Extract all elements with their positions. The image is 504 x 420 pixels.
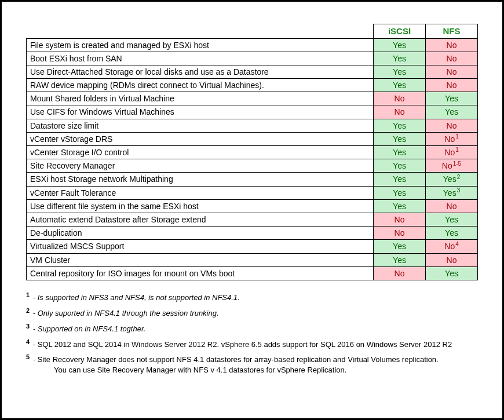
cell-text: No bbox=[447, 81, 457, 90]
cell-text: Yes bbox=[445, 94, 458, 103]
feature-cell: Automatic extend Datastore after Storage… bbox=[27, 213, 374, 226]
cell-text: No bbox=[447, 121, 457, 130]
cell-text: No bbox=[444, 148, 455, 157]
nfs-cell: No1 bbox=[426, 132, 478, 145]
feature-cell: Use different file system in the same ES… bbox=[27, 199, 374, 213]
nfs-cell: Yes bbox=[426, 266, 478, 280]
table-row: Central repository for ISO images for mo… bbox=[27, 266, 478, 280]
cell-superscript: 1 bbox=[455, 147, 459, 153]
table-row: vCenter Fault ToleranceYesYes3 bbox=[27, 186, 478, 199]
table-row: De-duplicationNoYes bbox=[27, 227, 478, 240]
nfs-cell: Yes bbox=[426, 92, 478, 105]
cell-text: Yes bbox=[443, 174, 456, 184]
cell-text: Yes bbox=[393, 81, 406, 90]
footnote-text: Is supported in NFS3 and NFS4, is not su… bbox=[38, 293, 240, 302]
cell-text: Yes bbox=[445, 269, 458, 278]
nfs-cell: No bbox=[426, 199, 478, 213]
footnote-separator: - bbox=[31, 293, 38, 302]
cell-superscript: 3 bbox=[457, 187, 461, 193]
table-row: vCenter vStorage DRSYesNo1 bbox=[27, 132, 478, 145]
cell-text: No bbox=[395, 269, 405, 278]
nfs-cell: No bbox=[426, 38, 478, 52]
footnote-continuation: You can use Site Recovery Manager with N… bbox=[40, 365, 478, 375]
iscsi-cell: No bbox=[374, 227, 426, 240]
table-row: Use CIFS for Windows Virtual MachinesNoY… bbox=[27, 105, 478, 119]
cell-text: No bbox=[442, 161, 452, 170]
nfs-cell: Yes bbox=[426, 105, 478, 119]
cell-superscript: 1-5 bbox=[453, 160, 461, 167]
cell-text: Yes bbox=[393, 67, 406, 76]
nfs-cell: Yes bbox=[426, 213, 478, 226]
feature-cell: File system is created and managed by ES… bbox=[27, 38, 374, 52]
footnote-text: Only suported in NFS4.1 through the sess… bbox=[38, 309, 219, 317]
cell-text: No bbox=[447, 255, 457, 265]
cell-text: Yes bbox=[393, 148, 406, 157]
footnote-number: 4 bbox=[26, 338, 30, 345]
feature-cell: Datastore size limit bbox=[27, 119, 374, 132]
comparison-table: iSCSI NFS File system is created and man… bbox=[26, 24, 478, 280]
iscsi-cell: Yes bbox=[374, 65, 426, 78]
cell-text: No bbox=[447, 202, 457, 211]
cell-text: No bbox=[447, 41, 457, 50]
table-row: Use Direct-Attached Storage or local dis… bbox=[27, 65, 478, 78]
table-row: ESXi host Storage network MultipathingYe… bbox=[27, 173, 478, 186]
cell-text: Yes bbox=[393, 54, 406, 63]
nfs-cell: No bbox=[426, 65, 478, 78]
iscsi-cell: Yes bbox=[374, 146, 426, 159]
table-row: RAW device mapping (RDMs direct connect … bbox=[27, 79, 478, 92]
feature-cell: vCenter Fault Tolerance bbox=[27, 186, 374, 199]
footnote-separator: - bbox=[31, 340, 38, 349]
iscsi-cell: Yes bbox=[374, 38, 426, 52]
nfs-cell: Yes3 bbox=[426, 186, 478, 199]
iscsi-cell: No bbox=[374, 266, 426, 280]
table-row: Site Recovery ManagerYesNo1-5 bbox=[27, 159, 478, 173]
footnote-text: Supported on in NFS4.1 togther. bbox=[38, 324, 146, 333]
feature-cell: Site Recovery Manager bbox=[27, 159, 374, 173]
footnote-number: 1 bbox=[26, 291, 30, 298]
table-row: Automatic extend Datastore after Storage… bbox=[27, 213, 478, 226]
feature-cell: VM Cluster bbox=[27, 253, 374, 266]
feature-cell: Use Direct-Attached Storage or local dis… bbox=[27, 65, 374, 78]
iscsi-cell: Yes bbox=[374, 186, 426, 199]
cell-text: Yes bbox=[393, 242, 406, 251]
cell-text: Yes bbox=[393, 202, 406, 211]
iscsi-cell: Yes bbox=[374, 240, 426, 253]
table-row: File system is created and managed by ES… bbox=[27, 38, 478, 52]
cell-text: Yes bbox=[393, 255, 406, 265]
iscsi-cell: Yes bbox=[374, 79, 426, 92]
cell-text: Yes bbox=[393, 161, 406, 170]
cell-text: Yes bbox=[393, 121, 406, 130]
footnotes-section: 1 - Is supported in NFS3 and NFS4, is no… bbox=[26, 291, 478, 375]
cell-text: No bbox=[444, 134, 455, 144]
table-row: VM ClusterYesNo bbox=[27, 253, 478, 266]
nfs-cell: Yes bbox=[426, 227, 478, 240]
cell-text: Yes bbox=[445, 107, 458, 116]
cell-text: Yes bbox=[393, 41, 406, 50]
iscsi-cell: No bbox=[374, 105, 426, 119]
document-frame: iSCSI NFS File system is created and man… bbox=[0, 0, 504, 420]
nfs-cell: No bbox=[426, 79, 478, 92]
iscsi-cell: No bbox=[374, 213, 426, 226]
cell-superscript: 4 bbox=[455, 241, 459, 247]
nfs-cell: No bbox=[426, 119, 478, 132]
header-empty bbox=[27, 24, 374, 39]
footnote: 3 - Supported on in NFS4.1 togther. bbox=[26, 322, 478, 334]
footnote: 5 - Site Recovery Manager does not suppo… bbox=[26, 353, 478, 375]
cell-text: Yes bbox=[393, 174, 406, 184]
cell-superscript: 2 bbox=[457, 174, 461, 180]
feature-cell: Mount Shared folders in Virtual Machine bbox=[27, 92, 374, 105]
cell-text: Yes bbox=[445, 215, 458, 224]
iscsi-cell: Yes bbox=[374, 52, 426, 65]
footnote: 2 - Only suported in NFS4.1 through the … bbox=[26, 306, 478, 319]
header-iscsi: iSCSI bbox=[374, 24, 426, 39]
cell-text: No bbox=[395, 107, 405, 116]
cell-text: Yes bbox=[393, 134, 406, 144]
footnote-text: Site Recovery Manager does not support N… bbox=[38, 356, 439, 364]
cell-text: Yes bbox=[443, 188, 456, 198]
feature-cell: ESXi host Storage network Multipathing bbox=[27, 173, 374, 186]
cell-text: No bbox=[395, 228, 405, 238]
iscsi-cell: Yes bbox=[374, 132, 426, 145]
feature-cell: Virtualized MSCS Support bbox=[27, 240, 374, 253]
footnote-separator: - bbox=[31, 309, 38, 317]
feature-cell: vCenter Storage I/O control bbox=[27, 146, 374, 159]
